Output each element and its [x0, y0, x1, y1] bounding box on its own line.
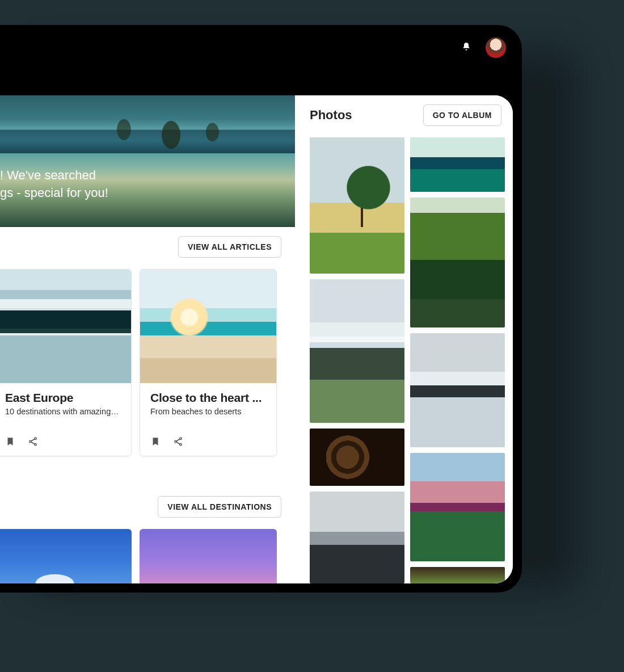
- photo-thumbnail[interactable]: [410, 333, 505, 447]
- screen: ! We've searched gs - special for you! V…: [0, 95, 513, 583]
- status-bar: [0, 25, 522, 70]
- device-frame: ! We've searched gs - special for you! V…: [0, 25, 522, 593]
- article-image: [140, 270, 276, 383]
- photos-sidebar: Photos GO TO ALBUM: [295, 95, 513, 583]
- hero-line-1: ! We've searched: [0, 167, 108, 184]
- photo-thumbnail[interactable]: [410, 453, 505, 561]
- avatar[interactable]: [486, 37, 506, 58]
- main-column: ! We've searched gs - special for you! V…: [0, 95, 295, 583]
- view-all-articles-button[interactable]: VIEW ALL ARTICLES: [178, 236, 281, 258]
- photo-gallery: [310, 137, 505, 583]
- hero-line-2: gs - special for you!: [0, 184, 108, 202]
- destination-cards: [0, 529, 295, 583]
- photo-thumbnail[interactable]: [410, 198, 505, 328]
- view-all-destinations-button[interactable]: VIEW ALL DESTINATIONS: [158, 496, 281, 518]
- destinations-section-bar: VIEW ALL DESTINATIONS: [0, 456, 295, 529]
- svg-point-0: [35, 438, 36, 439]
- svg-point-5: [180, 444, 182, 446]
- bookmark-icon[interactable]: [5, 436, 15, 447]
- hero-banner: ! We've searched gs - special for you!: [0, 95, 295, 227]
- article-title: Close to the heart ...: [150, 391, 266, 405]
- article-subtitle: From beaches to deserts: [150, 407, 266, 416]
- photo-thumbnail[interactable]: [310, 137, 404, 274]
- hero-text: ! We've searched gs - special for you!: [0, 167, 108, 202]
- article-card[interactable]: Close to the heart ... From beaches to d…: [140, 269, 277, 456]
- article-cards: East Europe 10 destinations with amazing…: [0, 269, 295, 456]
- destination-image[interactable]: [140, 529, 277, 583]
- photos-title: Photos: [310, 108, 352, 123]
- share-icon[interactable]: [173, 436, 183, 447]
- bell-icon[interactable]: [462, 41, 471, 54]
- photo-thumbnail[interactable]: [410, 137, 505, 192]
- photo-thumbnail[interactable]: [310, 492, 404, 583]
- article-subtitle: 10 destinations with amazing vi...: [5, 407, 121, 416]
- svg-point-3: [180, 438, 182, 439]
- destination-image[interactable]: [0, 529, 132, 583]
- photo-thumbnail[interactable]: [310, 279, 404, 423]
- articles-section-bar: VIEW ALL ARTICLES: [0, 227, 295, 269]
- bookmark-icon[interactable]: [150, 436, 161, 447]
- svg-point-2: [35, 444, 36, 446]
- go-to-album-button[interactable]: GO TO ALBUM: [423, 104, 501, 126]
- photo-thumbnail[interactable]: [310, 429, 404, 486]
- article-title: East Europe: [5, 391, 121, 405]
- share-icon[interactable]: [28, 436, 38, 447]
- photo-thumbnail[interactable]: [410, 567, 505, 583]
- article-card[interactable]: East Europe 10 destinations with amazing…: [0, 269, 132, 456]
- article-image: [0, 270, 131, 383]
- svg-point-1: [29, 440, 31, 442]
- svg-point-4: [175, 440, 176, 442]
